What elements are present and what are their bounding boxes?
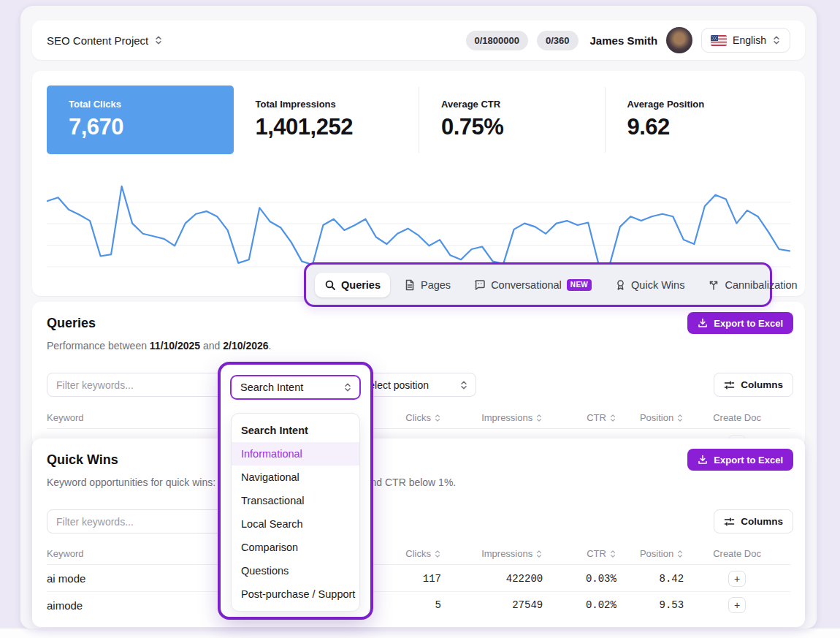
sort-icon	[609, 550, 616, 558]
ctr-cell: 0.03%	[543, 573, 616, 585]
intent-option-post-purchase-support[interactable]: Post-purchase / Support	[232, 582, 359, 606]
columns-button[interactable]: Columns	[714, 373, 793, 397]
tab-label: Quick Wins	[631, 279, 684, 291]
pages-icon	[404, 279, 416, 291]
stat-label: Total Clicks	[69, 99, 212, 110]
project-name: SEO Content Project	[47, 34, 148, 47]
export-to-excel-button[interactable]: Export to Excel	[687, 312, 793, 334]
chat-icon	[474, 279, 486, 291]
impressions-cell: 422200	[441, 573, 543, 585]
tab-label: Queries	[341, 279, 381, 291]
intent-option-transactional[interactable]: Transactional	[232, 489, 359, 512]
intent-option-navigational[interactable]: Navigational	[232, 466, 359, 489]
position-cell: 8.42	[616, 573, 684, 585]
language-label: English	[733, 34, 766, 46]
stat-average-position: Average Position9.62	[606, 86, 791, 154]
queries-subtitle: Performance between 11/10/2025 and 2/10/…	[47, 340, 271, 352]
ctr-cell: 0.02%	[543, 599, 616, 611]
stat-average-ctr: Average CTR0.75%	[419, 86, 605, 154]
position-cell: 9.53	[616, 599, 684, 611]
screenshot-stage: SEO Content Project 0/1800000 0/360 Jame…	[0, 0, 840, 638]
sliders-icon	[724, 517, 735, 527]
quick-wins-section: Quick Wins Keyword opportunities for qui…	[32, 438, 805, 627]
tab-label: Pages	[421, 279, 451, 291]
sort-icon	[535, 550, 543, 558]
filter-keywords-input[interactable]	[47, 509, 229, 533]
sort-icon	[609, 414, 616, 422]
create-doc-plus-button[interactable]: +	[728, 571, 746, 587]
search-intent-annotation: Search Intent Search IntentInformational…	[218, 362, 373, 620]
tab-queries[interactable]: Queries	[315, 273, 390, 297]
download-icon	[698, 318, 708, 328]
stat-value: 9.62	[627, 114, 769, 140]
search-icon	[324, 279, 336, 291]
stat-value: 1,401,252	[256, 114, 397, 140]
chevron-updown-icon	[154, 35, 163, 45]
sliders-icon	[724, 380, 735, 390]
table-row: ai mode1174222000.03%8.42+	[47, 566, 790, 592]
quick-wins-table-header: KeywordClicksImpressionsCTRPositionCreat…	[47, 543, 790, 565]
date-from: 11/10/2025	[150, 340, 200, 352]
stat-label: Average CTR	[441, 99, 583, 110]
download-icon	[698, 455, 708, 465]
stat-label: Total Impressions	[256, 99, 397, 110]
user-name: James Smith	[590, 34, 658, 47]
intent-option-comparison[interactable]: Comparison	[232, 536, 359, 559]
sort-icon	[434, 550, 441, 558]
avatar[interactable]	[666, 27, 692, 53]
column-header-impressions[interactable]: Impressions	[441, 412, 543, 423]
stat-label: Average Position	[627, 99, 769, 110]
us-flag-icon	[711, 35, 727, 46]
search-intent-dropdown[interactable]: Search Intent	[230, 375, 361, 400]
language-selector[interactable]: English	[701, 28, 790, 53]
tab-cannibalization[interactable]: Cannibalization	[698, 273, 806, 297]
column-header-position[interactable]: Position	[616, 412, 684, 423]
search-intent-menu: Search IntentInformationalNavigationalTr…	[231, 413, 360, 612]
queries-table-header: KeywordClicksImpressionsCTRPositionCreat…	[47, 407, 790, 429]
sort-icon	[676, 550, 684, 558]
sort-icon	[434, 414, 441, 422]
export-to-excel-button[interactable]: Export to Excel	[687, 449, 793, 471]
column-header-position[interactable]: Position	[616, 548, 684, 559]
clicks-line-chart	[47, 179, 790, 271]
intent-option-informational[interactable]: Informational	[232, 442, 359, 466]
intent-option-local-search[interactable]: Local Search	[232, 512, 359, 536]
tab-conversational[interactable]: ConversationalNEW	[465, 273, 601, 297]
quota-badge-words: 0/1800000	[466, 31, 528, 50]
filter-keywords-input[interactable]	[47, 373, 229, 397]
report-tab-bar: QueriesPagesConversationalNEWQuick WinsC…	[304, 262, 772, 307]
column-header-ctr[interactable]: CTR	[543, 548, 616, 559]
column-header-ctr[interactable]: CTR	[543, 412, 616, 423]
sort-icon	[535, 414, 543, 422]
table-row: aimode5275490.02%9.53+	[47, 592, 790, 618]
create-doc-cell: +	[684, 571, 790, 587]
project-selector[interactable]: SEO Content Project	[47, 34, 163, 47]
award-icon	[615, 279, 626, 291]
date-to: 2/10/2026	[223, 340, 268, 352]
tab-label: Conversational	[491, 279, 562, 291]
top-bar: SEO Content Project 0/1800000 0/360 Jame…	[32, 20, 805, 60]
app-window: SEO Content Project 0/1800000 0/360 Jame…	[20, 6, 817, 628]
chevron-updown-icon	[772, 35, 781, 45]
bottom-strip	[0, 628, 840, 638]
create-doc-plus-button[interactable]: +	[728, 597, 746, 613]
chevron-updown-icon	[459, 380, 468, 390]
intent-option-search-intent[interactable]: Search Intent	[232, 419, 359, 442]
columns-button[interactable]: Columns	[714, 509, 793, 533]
impressions-cell: 27549	[441, 599, 543, 611]
stats-row: Total Clicks7,670Total Impressions1,401,…	[47, 86, 790, 154]
stat-total-impressions: Total Impressions1,401,252	[234, 86, 419, 154]
column-header-create-doc: Create Doc	[684, 412, 790, 423]
column-header-impressions[interactable]: Impressions	[441, 548, 543, 559]
intent-option-questions[interactable]: Questions	[232, 559, 359, 582]
topbar-right: 0/1800000 0/360 James Smith	[466, 27, 790, 53]
chevron-updown-icon	[343, 382, 352, 392]
tab-quick-wins[interactable]: Quick Wins	[606, 273, 694, 297]
tab-label: Cannibalization	[725, 279, 797, 291]
sort-icon	[676, 414, 684, 422]
stat-value: 0.75%	[441, 114, 583, 140]
quick-wins-title: Quick Wins	[47, 452, 118, 468]
tab-pages[interactable]: Pages	[394, 273, 460, 297]
queries-section: Queries Performance between 11/10/2025 a…	[32, 302, 805, 448]
column-header-create-doc: Create Doc	[684, 548, 790, 559]
